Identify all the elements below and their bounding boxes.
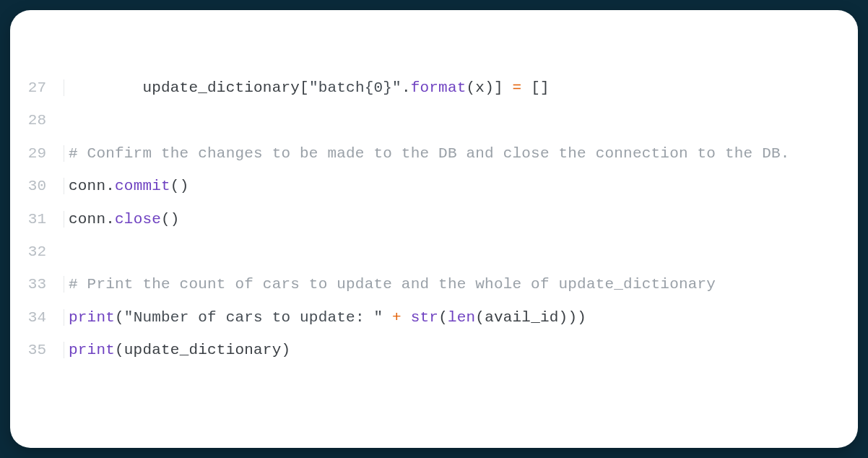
token: (update_dictionary) bbox=[115, 342, 290, 358]
token: close bbox=[115, 211, 161, 228]
token: conn bbox=[69, 178, 105, 194]
line-number: 34 bbox=[10, 309, 64, 326]
token: (avail_id))) bbox=[475, 309, 586, 326]
line-number: 27 bbox=[10, 79, 64, 96]
token: "batch{0}" bbox=[309, 79, 402, 96]
line-number: 35 bbox=[10, 342, 64, 358]
code-content: conn.close() bbox=[64, 211, 180, 228]
token: () bbox=[170, 178, 189, 194]
token: (x)] bbox=[466, 79, 513, 96]
line-number: 33 bbox=[10, 276, 64, 293]
code-line: 32 bbox=[10, 243, 858, 276]
code-content: conn.commit() bbox=[64, 178, 188, 194]
token: # Print the count of cars to update and … bbox=[69, 276, 716, 293]
code-line: 27 update_dictionary["batch{0}".format(x… bbox=[10, 79, 858, 112]
line-number: 31 bbox=[10, 211, 64, 228]
token: ( bbox=[115, 309, 124, 326]
line-number: 32 bbox=[10, 243, 64, 260]
code-line: 33# Print the count of cars to update an… bbox=[10, 276, 858, 308]
code-content: update_dictionary["batch{0}".format(x)] … bbox=[64, 79, 550, 96]
token bbox=[383, 309, 392, 326]
code-snippet-card: 27 update_dictionary["batch{0}".format(x… bbox=[10, 10, 858, 448]
token: . bbox=[105, 178, 115, 194]
token: print bbox=[69, 342, 115, 358]
token: () bbox=[161, 211, 180, 228]
token: ( bbox=[438, 309, 448, 326]
token: commit bbox=[115, 178, 170, 194]
code-content: print("Number of cars to update: " + str… bbox=[64, 309, 586, 326]
code-content: # Confirm the changes to be made to the … bbox=[64, 145, 790, 162]
code-block: 27 update_dictionary["batch{0}".format(x… bbox=[10, 79, 858, 375]
token: format bbox=[411, 79, 466, 96]
token: [ bbox=[300, 79, 309, 96]
code-line: 31conn.close() bbox=[10, 211, 858, 243]
token: "Number of cars to update: " bbox=[124, 309, 383, 326]
token: # Confirm the changes to be made to the … bbox=[69, 145, 790, 162]
token: conn bbox=[69, 211, 105, 228]
code-content: # Print the count of cars to update and … bbox=[64, 276, 716, 293]
line-number: 28 bbox=[10, 112, 64, 129]
line-number: 29 bbox=[10, 145, 64, 162]
token: + bbox=[392, 309, 402, 326]
token: . bbox=[402, 79, 411, 96]
code-line: 29# Confirm the changes to be made to th… bbox=[10, 145, 858, 178]
code-line: 34print("Number of cars to update: " + s… bbox=[10, 309, 858, 342]
token: len bbox=[448, 309, 475, 326]
code-line: 30conn.commit() bbox=[10, 178, 858, 210]
token: update_dictionary bbox=[69, 79, 300, 96]
code-content: print(update_dictionary) bbox=[64, 342, 290, 358]
token: print bbox=[69, 309, 115, 326]
code-line: 28 bbox=[10, 112, 858, 144]
token: str bbox=[411, 309, 438, 326]
token bbox=[402, 309, 411, 326]
token: = bbox=[513, 79, 522, 96]
token: [] bbox=[521, 79, 549, 96]
line-number: 30 bbox=[10, 178, 64, 194]
code-line: 35print(update_dictionary) bbox=[10, 342, 858, 374]
token: . bbox=[105, 211, 115, 228]
